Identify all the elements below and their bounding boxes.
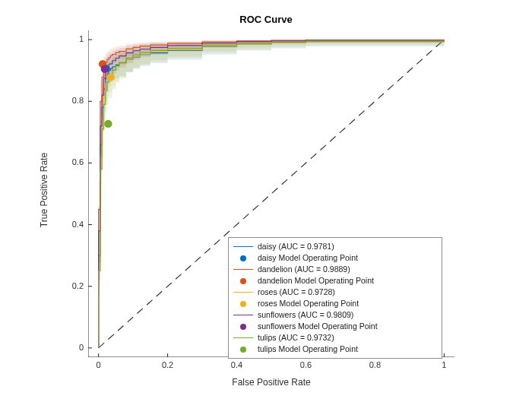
legend-marker-icon — [233, 321, 253, 332]
legend-marker-icon — [233, 298, 253, 309]
y-tick-label: 1 — [23, 34, 84, 43]
legend-marker-icon — [233, 344, 253, 355]
y-tick-label: 0.6 — [23, 157, 84, 166]
svg-point-19 — [104, 120, 112, 128]
legend-line-icon — [233, 332, 253, 344]
legend-line-icon — [233, 264, 253, 275]
legend-item: daisy Model Operating Point — [233, 252, 437, 264]
legend-item: sunflowers (AUC = 0.9809) — [233, 309, 437, 321]
svg-point-18 — [101, 65, 109, 73]
legend-item: tulips (AUC = 0.9732) — [233, 332, 437, 344]
y-tick-label: 0.4 — [23, 220, 84, 229]
legend-marker-icon — [233, 252, 253, 264]
y-tick-label: 0 — [23, 343, 84, 352]
x-tick-label: 0.4 — [222, 360, 252, 369]
legend-item: tulips Model Operating Point — [233, 344, 437, 355]
legend-marker-icon — [233, 275, 253, 287]
legend-item: dandelion (AUC = 0.9889) — [233, 264, 437, 275]
legend-line-icon — [233, 287, 253, 298]
legend-item-label: sunflowers Model Operating Point — [253, 321, 378, 332]
legend-item-label: sunflowers (AUC = 0.9809) — [253, 309, 353, 321]
svg-point-17 — [106, 73, 114, 81]
legend-item-label: tulips (AUC = 0.9732) — [253, 332, 334, 344]
legend-line-icon — [233, 309, 253, 321]
x-tick-label: 1 — [429, 360, 459, 369]
figure: ROC Curve True Positive Rate 00.20.40.60… — [0, 0, 532, 399]
y-tick-label: 0.2 — [23, 281, 84, 290]
legend-item-label: tulips Model Operating Point — [253, 344, 358, 355]
x-tick-label: 0 — [84, 360, 114, 369]
legend-item-label: dandelion (AUC = 0.9889) — [253, 264, 350, 275]
legend-item: roses (AUC = 0.9728) — [233, 287, 437, 298]
x-tick-label: 0.2 — [153, 360, 183, 369]
x-tick-label: 0.8 — [359, 360, 390, 369]
x-axis-label: False Positive Rate — [232, 377, 310, 388]
legend-item-label: roses Model Operating Point — [253, 298, 359, 309]
x-tick-label: 0.6 — [290, 360, 321, 369]
legend-line-icon — [233, 241, 253, 252]
legend-item-label: daisy Model Operating Point — [253, 252, 358, 264]
legend-item: roses Model Operating Point — [233, 298, 437, 309]
legend-item-label: dandelion Model Operating Point — [253, 275, 374, 287]
y-tick-label: 0.8 — [23, 96, 84, 105]
legend: daisy (AUC = 0.9781)daisy Model Operatin… — [228, 237, 442, 359]
chart-title: ROC Curve — [0, 14, 532, 25]
legend-item: daisy (AUC = 0.9781) — [233, 241, 437, 252]
legend-item: dandelion Model Operating Point — [233, 275, 437, 287]
legend-item-label: roses (AUC = 0.9728) — [253, 287, 335, 298]
legend-item: sunflowers Model Operating Point — [233, 321, 437, 332]
legend-item-label: daisy (AUC = 0.9781) — [253, 241, 334, 252]
